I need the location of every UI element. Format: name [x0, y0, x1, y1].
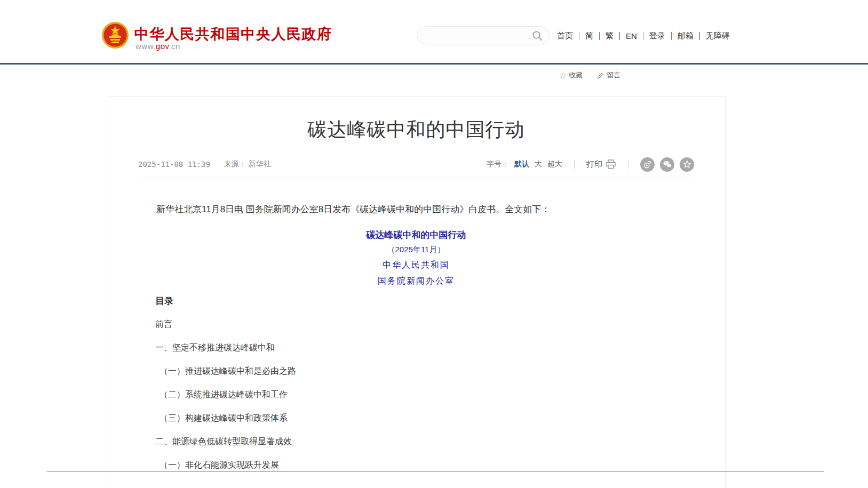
search-box[interactable] [417, 26, 549, 44]
font-size-label: 字号： [487, 159, 509, 169]
meta-divider-bar [574, 161, 575, 169]
nav-divider [699, 32, 700, 40]
nav-simplified[interactable]: 简 [585, 31, 593, 41]
star-share-icon[interactable] [680, 157, 694, 172]
document-title: 碳达峰碳中和的中国行动 [107, 229, 725, 241]
weibo-icon[interactable] [640, 157, 655, 172]
toc-item: 前言 [155, 318, 296, 331]
article-source: 来源： 新华社 [224, 159, 271, 169]
site-url-prefix: www. [136, 42, 156, 51]
toc-heading: 目录 [155, 295, 173, 307]
source-label: 来源： [224, 159, 246, 168]
pencil-icon [596, 71, 604, 79]
favorite-link[interactable]: ☆ 收藏 [559, 70, 583, 80]
toc-item: 一、坚定不移推进碳达峰碳中和 [155, 341, 296, 354]
nav-divider [619, 32, 620, 40]
nav-english[interactable]: EN [626, 31, 637, 41]
toc-item: 二、能源绿色低碳转型取得显著成效 [155, 435, 296, 448]
wechat-icon[interactable] [660, 157, 674, 172]
printer-icon [606, 159, 616, 169]
toc-item: （二）系统推进碳达峰碳中和工作 [155, 388, 296, 401]
document-org-line1: 中华人民共和国 [107, 260, 725, 271]
toc-item: （一）非化石能源实现跃升发展 [155, 459, 296, 471]
site-url-domain: gov [156, 42, 169, 51]
site-url-suffix: .cn [169, 42, 180, 51]
document-org-line2: 国务院新闻办公室 [107, 276, 725, 287]
table-of-contents: 前言 一、坚定不移推进碳达峰碳中和 （一）推进碳达峰碳中和是必由之路 （二）系统… [155, 318, 296, 482]
toc-item: （三）构建碳达峰碳中和政策体系 [155, 412, 296, 425]
quick-links: ☆ 收藏 留言 [559, 70, 620, 80]
font-size-large-button[interactable]: 大 [535, 159, 542, 169]
meta-left: 2025-11-08 11:39 来源： 新华社 [138, 159, 271, 169]
nav-login[interactable]: 登录 [649, 31, 665, 41]
message-link[interactable]: 留言 [596, 70, 620, 80]
article-date: 2025-11-08 11:39 [138, 160, 210, 169]
toc-item: （一）推进碳达峰碳中和是必由之路 [155, 365, 296, 378]
font-size-xlarge-button[interactable]: 超大 [547, 159, 562, 169]
nav-divider [599, 32, 600, 40]
source-value: 新华社 [249, 159, 271, 168]
page: 中华人民共和国中央人民政府 www.gov.cn 首页 简 繁 EN 登录 邮箱… [0, 0, 868, 488]
share-icons [640, 157, 694, 172]
star-outline-icon: ☆ [559, 71, 566, 79]
message-label: 留言 [607, 70, 620, 80]
article-title: 碳达峰碳中和的中国行动 [107, 117, 725, 143]
print-label: 打印 [586, 159, 602, 170]
nav-divider [671, 32, 672, 40]
meta-underline [138, 178, 694, 178]
nav-mail[interactable]: 邮箱 [678, 31, 694, 41]
nav-home[interactable]: 首页 [557, 31, 573, 41]
nav-accessibility[interactable]: 无障碍 [706, 31, 730, 41]
header-divider-line [0, 63, 868, 65]
site-url[interactable]: www.gov.cn [136, 42, 180, 51]
nav-divider [579, 32, 579, 40]
viewport-bottom-line [47, 471, 824, 472]
top-nav: 首页 简 繁 EN 登录 邮箱 无障碍 [557, 30, 730, 42]
favorite-label: 收藏 [569, 70, 583, 80]
nav-traditional[interactable]: 繁 [606, 31, 614, 41]
article-card: 碳达峰碳中和的中国行动 2025-11-08 11:39 来源： 新华社 字号：… [107, 96, 726, 488]
article-meta-bar: 2025-11-08 11:39 来源： 新华社 字号： 默认 大 超大 打印 [138, 157, 694, 171]
national-emblem-logo [101, 21, 129, 49]
meta-divider-bar [628, 161, 628, 169]
search-input[interactable] [425, 29, 529, 42]
lead-paragraph: 新华社北京11月8日电 国务院新闻办公室8日发布《碳达峰碳中和的中国行动》白皮书… [138, 202, 694, 217]
nav-divider [643, 32, 643, 40]
print-button[interactable]: 打印 [586, 159, 616, 170]
site-header: 中华人民共和国中央人民政府 www.gov.cn 首页 简 繁 EN 登录 邮箱… [0, 0, 868, 63]
site-title: 中华人民共和国中央人民政府 [134, 25, 332, 44]
font-size-default-button[interactable]: 默认 [514, 159, 529, 169]
meta-right: 字号： 默认 大 超大 打印 [487, 157, 694, 172]
search-icon[interactable] [531, 30, 543, 42]
document-date: （2025年11月） [107, 245, 725, 255]
